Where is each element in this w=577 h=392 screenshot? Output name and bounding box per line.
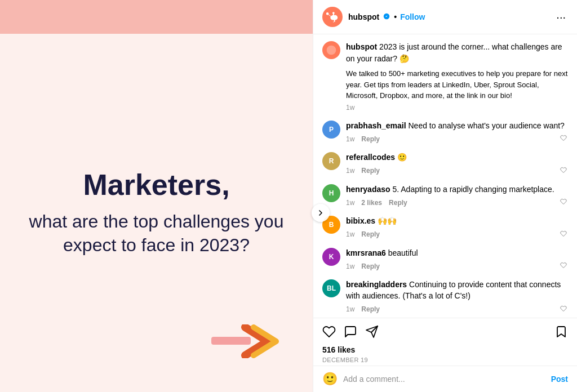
like-button[interactable]: [322, 323, 336, 341]
reply-button[interactable]: Reply: [361, 230, 380, 238]
comment-meta: 1w Reply: [346, 166, 568, 176]
comment-avatar: R: [322, 152, 340, 170]
comment-text: prabhash_email Need to analyse what's yo…: [346, 121, 568, 132]
svg-rect-0: [211, 337, 251, 345]
comment-meta: 1w Reply: [346, 261, 568, 271]
comment-content: 5. Adapting to a rapidly changing market…: [392, 185, 554, 194]
comment-item: R referallcodes 🙂 1w Reply: [322, 152, 568, 176]
comment-content: 🙂: [397, 153, 407, 162]
caption-body: We talked to 500+ marketing executives t…: [346, 68, 568, 101]
dot-separator: •: [394, 12, 397, 21]
caption-content: hubspot 2023 is just around the corner..…: [346, 41, 568, 112]
comment-content: beautiful: [388, 248, 418, 257]
avatar-hubspot: [322, 7, 343, 27]
comment-heart-button[interactable]: [559, 197, 568, 208]
likes-section: 516 likes December 19: [313, 343, 577, 366]
comment-username: referallcodes: [346, 153, 395, 162]
caption-text: hubspot 2023 is just around the corner..…: [346, 41, 568, 65]
svg-point-1: [327, 46, 336, 55]
comment-item: B bibix.es 🙌🙌 1w Reply: [322, 216, 568, 240]
comments-section: hubspot 2023 is just around the corner..…: [313, 34, 577, 318]
comment-username: prabhash_email: [346, 121, 406, 130]
reply-button[interactable]: Reply: [361, 135, 380, 143]
comment-meta: 1w Reply: [346, 229, 568, 240]
header-username: hubspot: [348, 12, 379, 21]
comment-avatar: P: [322, 121, 340, 139]
comment-content: 🙌🙌: [378, 216, 397, 225]
comment-item: H henryadaso 5. Adapting to a rapidly ch…: [322, 184, 568, 208]
comments-container: P prabhash_email Need to analyse what's …: [322, 121, 568, 315]
right-panel: hubspot • Follow ··· hubspot 2023 is jus…: [313, 0, 577, 392]
caption-time: 1w: [346, 104, 568, 112]
post-actions: [313, 318, 577, 343]
reply-button[interactable]: Reply: [361, 305, 380, 313]
emoji-button[interactable]: 🙂: [322, 372, 338, 386]
comment-heart-button[interactable]: [559, 229, 568, 240]
comment-text: kmrsrana6 beautiful: [346, 248, 568, 259]
post-header: hubspot • Follow ···: [313, 0, 577, 34]
comment-time: 1w: [346, 199, 354, 207]
comment-username: kmrsrana6: [346, 248, 386, 257]
add-comment-bar: 🙂 Post: [313, 366, 577, 392]
post-image-panel: Marketers, what are the top challenges y…: [0, 0, 313, 392]
comment-username: breakingladders: [346, 280, 407, 289]
comment-username: henryadaso: [346, 185, 390, 194]
comment-item: P prabhash_email Need to analyse what's …: [322, 121, 568, 145]
comment-item: K kmrsrana6 beautiful 1w Reply: [322, 248, 568, 272]
comment-text: bibix.es 🙌🙌: [346, 216, 568, 227]
comment-body: henryadaso 5. Adapting to a rapidly chan…: [346, 184, 568, 208]
post-image-content: Marketers, what are the top challenges y…: [0, 34, 313, 392]
reply-button[interactable]: Reply: [361, 262, 380, 270]
comment-text: breakingladders Continuing to provide co…: [346, 279, 568, 301]
caption-avatar: [322, 41, 340, 59]
comment-text: referallcodes 🙂: [346, 152, 568, 163]
comment-time: 1w: [346, 262, 354, 270]
save-button[interactable]: [554, 323, 568, 341]
follow-button[interactable]: Follow: [400, 12, 425, 21]
comment-meta: 1w Reply: [346, 133, 568, 144]
comment-button[interactable]: [344, 323, 357, 341]
comment-body: bibix.es 🙌🙌 1w Reply: [346, 216, 568, 240]
reply-button[interactable]: Reply: [389, 199, 407, 207]
comment-body: prabhash_email Need to analyse what's yo…: [346, 121, 568, 145]
post-image-title: Marketers,: [83, 169, 229, 201]
verified-badge: [383, 12, 390, 22]
comment-heart-button[interactable]: [559, 133, 568, 144]
post-comment-button[interactable]: Post: [551, 375, 568, 384]
comment-text: henryadaso 5. Adapting to a rapidly chan…: [346, 184, 568, 195]
comment-time: 1w: [346, 305, 354, 313]
comment-time: 1w: [346, 135, 354, 143]
reply-button[interactable]: Reply: [361, 167, 380, 175]
post-image-subtitle: what are the top challenges you expect t…: [23, 210, 290, 257]
post-arrow-graphic: [211, 324, 279, 358]
caption-bold-text: 2023 is just around the corner... what c…: [346, 42, 562, 63]
caption-block: hubspot 2023 is just around the corner..…: [322, 41, 568, 112]
more-options-button[interactable]: ···: [554, 11, 568, 23]
post-date: December 19: [322, 357, 568, 363]
comment-content: Need to analyse what's your audience wan…: [409, 121, 565, 130]
comment-time: 1w: [346, 230, 354, 238]
header-info: hubspot • Follow: [348, 12, 554, 22]
comment-avatar: H: [322, 184, 340, 202]
next-image-button[interactable]: [312, 204, 330, 222]
comment-avatar: BL: [322, 279, 340, 297]
post-image-top-bar: [0, 0, 313, 34]
comment-time: 1w: [346, 167, 354, 175]
comment-item: BL breakingladders Continuing to provide…: [322, 279, 568, 314]
comment-heart-button[interactable]: [559, 304, 568, 315]
likes-count: 516 likes: [322, 345, 568, 354]
comment-input[interactable]: [343, 375, 545, 384]
comment-likes: 2 likes: [361, 199, 382, 207]
comment-body: breakingladders Continuing to provide co…: [346, 279, 568, 314]
share-button[interactable]: [365, 323, 379, 341]
comment-meta: 1w Reply: [346, 304, 568, 315]
comment-avatar: K: [322, 248, 340, 266]
caption-username: hubspot: [346, 42, 377, 51]
comment-heart-button[interactable]: [559, 261, 568, 271]
comment-username: bibix.es: [346, 216, 375, 225]
comment-body: kmrsrana6 beautiful 1w Reply: [346, 248, 568, 272]
comment-heart-button[interactable]: [559, 166, 568, 176]
comment-body: referallcodes 🙂 1w Reply: [346, 152, 568, 176]
comment-meta: 1w 2 likes Reply: [346, 197, 568, 208]
